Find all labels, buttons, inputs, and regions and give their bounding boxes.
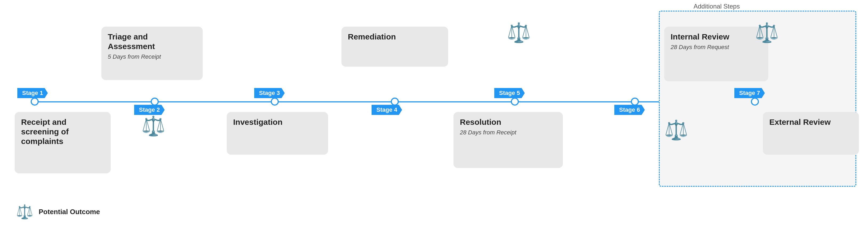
card-internal-review-title: Internal Review [671,32,762,42]
card-internal-review: Internal Review 28 Days from Request [664,27,768,81]
stage-badge-1: Stage 1 [17,88,48,98]
card-remediation-title: Remediation [348,32,442,42]
card-resolution-subtitle: 28 Days from Receipt [460,129,556,136]
card-investigation-title: Investigation [233,117,322,127]
legend: ⚖️ Potential Outcome [16,204,100,220]
timeline-node-6 [631,98,639,106]
timeline-node-1 [31,98,39,106]
stage-badge-6: Stage 6 [614,105,645,115]
card-triage-subtitle: 5 Days from Receipt [108,53,196,60]
gavel-icon-7: ⚖️ [755,21,779,44]
card-investigation: Investigation [227,112,328,155]
timeline-node-2 [151,98,159,106]
card-receipt: Receipt andscreening ofcomplaints [15,112,111,173]
gavel-icon-2: ⚖️ [142,115,165,137]
timeline-node-4 [391,98,399,106]
legend-gavel-icon: ⚖️ [16,204,33,220]
card-resolution-title: Resolution [460,117,556,127]
stage-badge-3: Stage 3 [254,88,285,98]
gavel-icon-6: ⚖️ [664,119,688,141]
stage-badge-7: Stage 7 [734,88,765,98]
card-internal-review-subtitle: 28 Days from Request [671,44,762,50]
timeline-node-5 [511,98,519,106]
stage-badge-5: Stage 5 [494,88,525,98]
stage-badge-2: Stage 2 [134,105,164,115]
card-remediation: Remediation [341,27,448,67]
legend-text: Potential Outcome [39,208,100,216]
card-external-review: External Review [763,112,859,155]
stage-badge-4: Stage 4 [372,105,402,115]
card-triage: Triage andAssessment 5 Days from Receipt [101,27,203,80]
card-external-review-title: External Review [769,117,852,127]
card-resolution: Resolution 28 Days from Receipt [454,112,563,168]
timeline-node-7 [751,98,759,106]
additional-steps-label: Additional Steps [693,3,740,10]
timeline-node-3 [271,98,279,106]
gavel-icon-5: ⚖️ [507,21,531,44]
card-receipt-title: Receipt andscreening ofcomplaints [21,117,104,146]
diagram-container: Additional Steps Stage 1 Stage 2 Stage 3… [0,0,868,236]
card-triage-title: Triage andAssessment [108,32,196,51]
